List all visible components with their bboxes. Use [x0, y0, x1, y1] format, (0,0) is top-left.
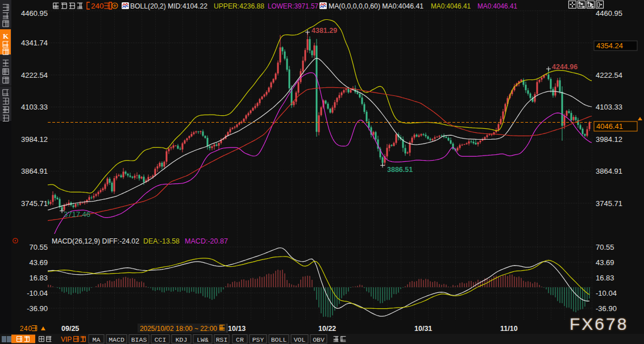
svg-text:LOWER:3971.57: LOWER:3971.57 [268, 2, 318, 10]
svg-text:10/31: 10/31 [414, 325, 432, 333]
svg-text:4381.29: 4381.29 [311, 27, 337, 35]
svg-text:43.69: 43.69 [29, 258, 48, 267]
svg-text:UPPER:4236.88: UPPER:4236.88 [214, 2, 264, 10]
svg-text:4460.95: 4460.95 [596, 9, 622, 18]
svg-text:4341.74: 4341.74 [21, 39, 48, 47]
svg-text:10/13: 10/13 [228, 325, 246, 333]
svg-text:3984.12: 3984.12 [21, 135, 48, 144]
svg-text:70.55: 70.55 [596, 243, 614, 251]
svg-text:OBV: OBV [313, 336, 325, 343]
svg-text:3864.91: 3864.91 [21, 167, 48, 175]
svg-text:LW&: LW& [197, 336, 209, 343]
svg-text:MACD(26,12,9) DIFF:-24.02: MACD(26,12,9) DIFF:-24.02 [52, 237, 139, 245]
svg-text:70.55: 70.55 [29, 243, 48, 251]
svg-text:RSI: RSI [216, 336, 228, 343]
svg-text:MA0:4046.41: MA0:4046.41 [431, 2, 471, 10]
svg-text:VIP: VIP [61, 335, 72, 343]
svg-text:4244.96: 4244.96 [552, 63, 577, 71]
svg-text:DEA:-13.58: DEA:-13.58 [143, 237, 180, 245]
svg-text:MA0:4046.41: MA0:4046.41 [477, 2, 517, 10]
svg-text:09/25: 09/25 [61, 325, 79, 333]
svg-text:240: 240 [91, 2, 104, 10]
svg-text:-10.04: -10.04 [27, 289, 48, 297]
svg-text:FX678: FX678 [570, 314, 628, 333]
svg-text:CCI: CCI [155, 336, 167, 343]
svg-text:4222.54: 4222.54 [21, 71, 48, 79]
svg-text:3717.46: 3717.46 [64, 210, 90, 219]
svg-text:MA(0,0,0,0,0,60) MA0:4046.41: MA(0,0,0,0,0,60) MA0:4046.41 [329, 2, 423, 10]
svg-text:2: 2 [20, 325, 24, 333]
svg-text:MA: MA [93, 336, 101, 343]
svg-text:4103.33: 4103.33 [21, 103, 48, 111]
svg-text:-10.04: -10.04 [596, 289, 617, 297]
svg-text:2025/10/02 18:00 ~ 22:00: 2025/10/02 18:00 ~ 22:00 [140, 324, 217, 333]
svg-text:3864.91: 3864.91 [596, 167, 622, 175]
svg-text:MACD:-20.87: MACD:-20.87 [185, 237, 228, 245]
svg-text:4046.41: 4046.41 [596, 122, 623, 131]
svg-text:16.83: 16.83 [29, 274, 48, 282]
svg-text:KDJ: KDJ [176, 336, 188, 343]
svg-text:3745.71: 3745.71 [596, 199, 622, 208]
svg-text:BOLL(20,2) MID:4104.22: BOLL(20,2) MID:4104.22 [130, 2, 207, 10]
svg-text:0: 0 [28, 325, 32, 333]
svg-text:4460.95: 4460.95 [21, 9, 48, 18]
svg-text:VOL: VOL [294, 336, 306, 343]
svg-text:BIAS: BIAS [131, 336, 147, 343]
svg-text:3984.12: 3984.12 [596, 135, 622, 144]
svg-text:CR: CR [236, 336, 244, 343]
svg-text:4222.54: 4222.54 [596, 71, 622, 79]
svg-text:16.83: 16.83 [596, 274, 614, 282]
svg-text:4: 4 [24, 325, 28, 333]
svg-text:-36.90: -36.90 [596, 304, 617, 313]
svg-text:K: K [3, 32, 9, 40]
svg-text:43.69: 43.69 [596, 258, 614, 267]
svg-text:10/22: 10/22 [318, 325, 336, 333]
svg-text:4354.24: 4354.24 [596, 41, 623, 50]
svg-text:3745.71: 3745.71 [21, 199, 48, 208]
svg-text:-36.90: -36.90 [27, 304, 48, 313]
svg-text:11/10: 11/10 [500, 325, 518, 333]
svg-text:MACD: MACD [109, 336, 124, 343]
svg-text:3886.51: 3886.51 [387, 166, 413, 174]
svg-text:PSY: PSY [252, 336, 264, 343]
svg-text:BOLL: BOLL [271, 336, 287, 343]
svg-text:4103.33: 4103.33 [596, 103, 622, 111]
